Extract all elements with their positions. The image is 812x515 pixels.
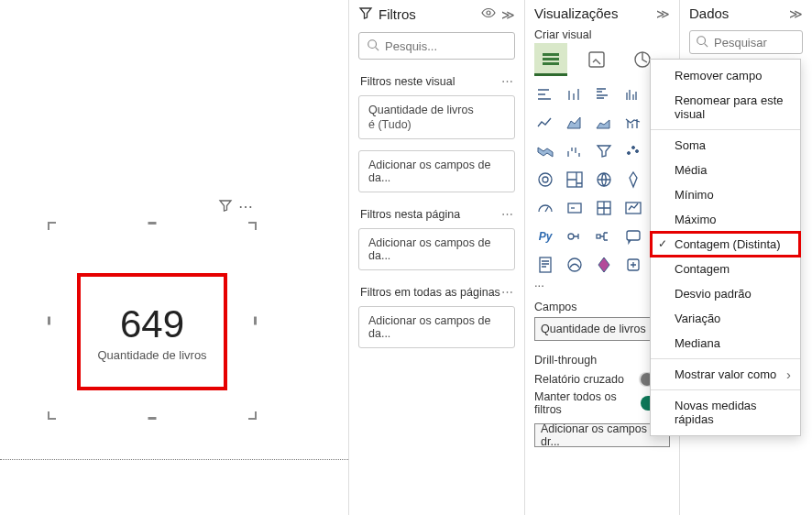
viz-python-icon[interactable]: Py — [534, 225, 556, 247]
svg-point-9 — [636, 150, 639, 153]
menu-std-dev[interactable]: Desvio padrão — [651, 281, 800, 306]
card-visual[interactable]: 649 Quantidade de livros — [77, 273, 227, 390]
viz-paginated-report-icon[interactable] — [534, 254, 556, 276]
more-icon[interactable]: ⋯ — [501, 74, 513, 88]
menu-average[interactable]: Média — [651, 158, 800, 182]
cross-report-label: Relatório cruzado — [534, 373, 624, 386]
search-icon — [367, 38, 379, 54]
filters-search-field[interactable] — [385, 39, 507, 53]
filter-add-well[interactable]: Adicionar os campos de da... — [358, 228, 515, 270]
svg-rect-3 — [543, 58, 559, 60]
card-value: 649 — [120, 302, 184, 346]
tab-format-visual[interactable] — [580, 43, 613, 76]
filter-card-field: Quantidade de livros — [368, 104, 505, 116]
page-divider — [0, 459, 348, 460]
viz-funnel-icon[interactable] — [593, 140, 615, 162]
collapse-icon[interactable]: ≫ — [656, 6, 670, 21]
resize-handle[interactable] — [254, 317, 257, 325]
more-icon[interactable]: ⋯ — [501, 207, 513, 221]
resize-handle[interactable] — [148, 222, 157, 225]
svg-point-12 — [543, 177, 548, 182]
viz-get-more-icon[interactable] — [622, 254, 644, 276]
filters-pane: Filtros ≫ Filtros neste visual ⋯ Quantid… — [348, 0, 524, 515]
viz-map-icon[interactable] — [593, 169, 615, 191]
viz-kpi-icon[interactable] — [622, 197, 644, 219]
viz-decomposition-tree-icon[interactable] — [593, 225, 615, 247]
svg-point-20 — [568, 234, 574, 239]
viz-power-apps-icon[interactable] — [593, 254, 615, 276]
viz-key-influencers-icon[interactable] — [564, 225, 586, 247]
viz-pane-subtitle: Criar visual — [525, 27, 679, 43]
viz-clustered-column-icon[interactable] — [622, 83, 644, 105]
menu-show-value-as[interactable]: Mostrar valor como — [651, 362, 800, 387]
more-icon[interactable]: ⋯ — [238, 198, 253, 215]
viz-line-icon[interactable] — [534, 112, 556, 134]
viz-filled-map-icon[interactable] — [622, 169, 644, 191]
filters-allpages-section-title: Filtros em todas as páginas — [360, 286, 500, 299]
resize-handle[interactable] — [148, 417, 157, 420]
viz-stacked-column-icon[interactable] — [564, 83, 586, 105]
viz-treemap-icon[interactable] — [564, 169, 586, 191]
data-search-input[interactable] — [689, 30, 803, 54]
report-canvas[interactable]: ⋯ 649 Quantidade de livros — [0, 0, 348, 515]
drillthrough-add-label: Adicionar os campos de dr... — [541, 422, 664, 448]
svg-rect-5 — [589, 52, 604, 67]
menu-median[interactable]: Mediana — [651, 331, 800, 356]
menu-minimum[interactable]: Mínimo — [651, 182, 800, 207]
menu-variance[interactable]: Variação — [651, 306, 800, 331]
svg-point-7 — [628, 152, 631, 155]
viz-stacked-area-icon[interactable] — [593, 112, 615, 134]
eye-icon[interactable] — [481, 5, 496, 23]
resize-handle[interactable] — [48, 222, 56, 230]
filter-add-well[interactable]: Adicionar os campos de da... — [358, 306, 515, 348]
viz-waterfall-icon[interactable] — [564, 140, 586, 162]
tab-build-visual[interactable] — [534, 43, 567, 76]
viz-arcgis-icon[interactable] — [564, 254, 586, 276]
collapse-icon[interactable]: ≫ — [789, 6, 803, 21]
menu-count-distinct[interactable]: Contagem (Distinta) — [651, 232, 800, 257]
data-search-field[interactable] — [714, 36, 796, 49]
menu-maximum[interactable]: Máximo — [651, 207, 800, 232]
svg-rect-21 — [597, 235, 600, 238]
menu-new-quick-measure[interactable]: Novas medidas rápidas — [651, 393, 800, 432]
more-icon[interactable]: ⋯ — [501, 285, 513, 299]
svg-point-11 — [539, 173, 552, 186]
viz-area-icon[interactable] — [564, 112, 586, 134]
field-context-menu: Remover campo Renomear para este visual … — [650, 59, 801, 436]
viz-donut-icon[interactable] — [534, 169, 556, 191]
menu-sum[interactable]: Soma — [651, 133, 800, 158]
resize-handle[interactable] — [248, 222, 257, 230]
viz-ribbon-icon[interactable] — [534, 140, 556, 162]
svg-rect-23 — [540, 258, 551, 272]
viz-stacked-bar-icon[interactable] — [534, 83, 556, 105]
filter-add-label: Adicionar os campos de da... — [368, 236, 490, 262]
viz-card-icon[interactable] — [564, 197, 586, 219]
viz-line-stacked-col-icon[interactable] — [622, 112, 644, 134]
viz-q-and-a-icon[interactable] — [622, 225, 644, 247]
menu-rename-for-visual[interactable]: Renomear para este visual — [651, 88, 800, 126]
svg-point-24 — [568, 258, 581, 271]
svg-rect-22 — [627, 231, 640, 240]
filter-card[interactable]: Quantidade de livros é (Tudo) — [358, 95, 515, 139]
resize-handle[interactable] — [48, 411, 56, 420]
card-visual-selection[interactable]: ⋯ 649 Quantidade de livros — [51, 225, 253, 416]
resize-handle[interactable] — [248, 411, 257, 420]
filters-search-input[interactable] — [358, 32, 515, 60]
menu-remove-field[interactable]: Remover campo — [651, 63, 800, 88]
filter-icon[interactable] — [218, 198, 233, 215]
filter-add-well[interactable]: Adicionar os campos de da... — [358, 150, 515, 192]
search-icon — [696, 35, 708, 50]
filters-page-section-title: Filtros nesta página — [360, 208, 460, 221]
resize-handle[interactable] — [48, 317, 50, 325]
viz-clustered-bar-icon[interactable] — [593, 83, 615, 105]
card-label: Quantidade de livros — [97, 348, 206, 362]
collapse-icon[interactable]: ≫ — [501, 7, 515, 22]
svg-point-0 — [487, 11, 490, 15]
viz-scatter-icon[interactable] — [622, 140, 644, 162]
filter-card-status: é (Tudo) — [368, 118, 505, 131]
viz-gauge-icon[interactable] — [534, 197, 556, 219]
viz-multi-row-card-icon[interactable] — [593, 197, 615, 219]
filters-visual-section-title: Filtros neste visual — [360, 75, 455, 88]
filter-add-label: Adicionar os campos de da... — [368, 159, 490, 184]
menu-count[interactable]: Contagem — [651, 257, 800, 281]
